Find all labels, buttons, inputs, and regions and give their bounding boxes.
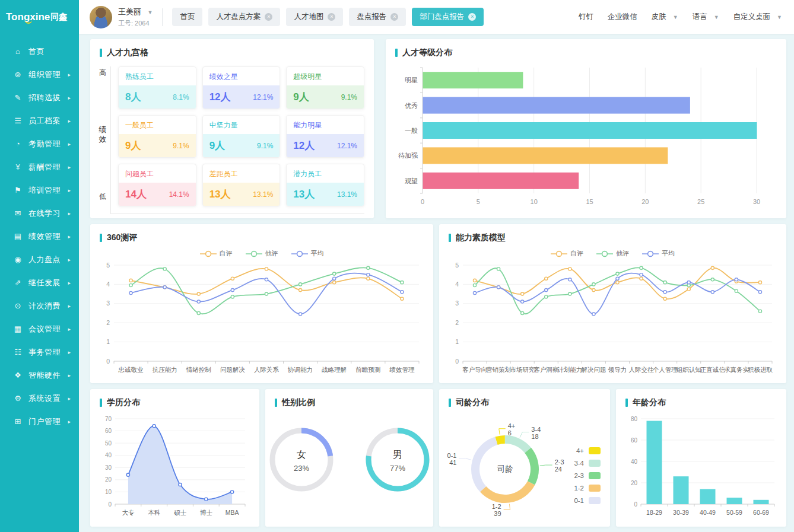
nine-grid-cell-潜力员工[interactable]: 潜力员工13人13.1% bbox=[286, 164, 364, 206]
sidebar-item-employee-files[interactable]: ☰员工档案▸ bbox=[0, 109, 79, 132]
brand-logo[interactable]: Tongxine同鑫 bbox=[0, 0, 79, 34]
sidebar-item-portal[interactable]: ⊞门户管理▸ bbox=[0, 410, 79, 433]
nine-grid-cell-问题员工[interactable]: 问题员工14人14.1% bbox=[118, 164, 196, 206]
sidebar-item-training[interactable]: ⚑培训管理▸ bbox=[0, 179, 79, 202]
gender-donut-svg: 男77% bbox=[363, 425, 433, 497]
bar-一般 bbox=[423, 122, 757, 139]
header-divider bbox=[162, 8, 163, 26]
sidebar-item-succession[interactable]: ⇗继任发展▸ bbox=[0, 271, 79, 294]
sidebar-nav: ⌂首页⊚组织管理▸✎招聘选拔▸☰员工档案▸◔考勤管理▸¥薪酬管理▸⚑培训管理▸✉… bbox=[0, 34, 79, 433]
svg-text:0: 0 bbox=[421, 198, 424, 205]
legend-item-自评[interactable]: 自评 bbox=[200, 249, 233, 258]
close-icon[interactable]: × bbox=[390, 13, 398, 21]
talent-level-chart: 051015202530明星优秀一般待加强观望 bbox=[386, 62, 786, 214]
nine-grid-cell-一般员工[interactable]: 一般员工9人9.1% bbox=[118, 115, 196, 158]
tab-首页[interactable]: 首页 bbox=[172, 8, 202, 26]
sidebar-item-metered-consume[interactable]: ⊙计次消费▸ bbox=[0, 294, 79, 317]
tenure-legend-item-3-4[interactable]: 3-4 bbox=[574, 460, 601, 467]
sidebar-item-meeting[interactable]: ▦会议管理▸ bbox=[0, 317, 79, 340]
tab-label: 盘点报告 bbox=[357, 12, 386, 22]
sidebar-item-label: 考勤管理 bbox=[28, 139, 68, 149]
user-menu[interactable]: 王美丽 ▼ 工号: 2064 bbox=[118, 6, 153, 28]
brand-logo-text-cn: 同鑫 bbox=[50, 12, 67, 23]
svg-text:4: 4 bbox=[455, 281, 459, 288]
header-link-企业微信[interactable]: 企业微信 bbox=[608, 12, 637, 22]
svg-text:营销策划: 营销策划 bbox=[486, 366, 511, 373]
gender-donut-男: 男77% bbox=[363, 425, 433, 499]
sidebar-item-system-settings[interactable]: ⚙系统设置▸ bbox=[0, 387, 79, 410]
cell-percent: 12.1% bbox=[253, 93, 273, 101]
sidebar-item-org-management[interactable]: ⊚组织管理▸ bbox=[0, 63, 79, 86]
sidebar-item-smart-hardware[interactable]: ❖智能硬件▸ bbox=[0, 364, 79, 387]
svg-text:领导力: 领导力 bbox=[608, 366, 627, 373]
tab-人才地图[interactable]: 人才地图× bbox=[286, 8, 343, 26]
sidebar-item-online-learning[interactable]: ✉在线学习▸ bbox=[0, 202, 79, 225]
main-area: 王美丽 ▼ 工号: 2064 首页人才盘点方案×人才地图×盘点报告×部门盘点报告… bbox=[79, 0, 794, 532]
app-root: Tongxine同鑫 ⌂首页⊚组织管理▸✎招聘选拔▸☰员工档案▸◔考勤管理▸¥薪… bbox=[0, 0, 794, 532]
tab-label: 人才盘点方案 bbox=[216, 12, 261, 22]
tenure-legend-item-1-2[interactable]: 1-2 bbox=[574, 485, 601, 492]
svg-text:40-49: 40-49 bbox=[700, 509, 716, 516]
close-icon[interactable]: × bbox=[328, 13, 335, 21]
svg-text:5: 5 bbox=[106, 262, 110, 269]
sidebar-item-salary[interactable]: ¥薪酬管理▸ bbox=[0, 155, 79, 179]
cell-body: 8人8.1% bbox=[119, 85, 196, 109]
header-link-钉钉[interactable]: 钉钉 bbox=[579, 12, 593, 22]
panel-title: 学历分布 bbox=[107, 397, 140, 408]
nine-grid-cell-能力明星[interactable]: 能力明星12人12.1% bbox=[286, 115, 364, 158]
metered-consume-icon: ⊙ bbox=[12, 301, 24, 310]
user-avatar[interactable] bbox=[90, 6, 112, 28]
cell-title: 熟练员工 bbox=[119, 67, 196, 85]
svg-text:0: 0 bbox=[108, 501, 112, 508]
sidebar-item-talent-review[interactable]: ◉人力盘点▸ bbox=[0, 248, 79, 271]
tenure-legend-label: 4+ bbox=[576, 447, 584, 454]
tenure-legend-item-4+[interactable]: 4+ bbox=[574, 447, 601, 454]
svg-text:77%: 77% bbox=[389, 464, 405, 473]
sidebar-item-home[interactable]: ⌂首页 bbox=[0, 40, 79, 63]
legend-item-他评[interactable]: 他评 bbox=[246, 249, 278, 258]
tenure-legend-item-0-1[interactable]: 0-1 bbox=[574, 497, 601, 504]
nine-grid-cell-差距员工[interactable]: 差距员工13人13.1% bbox=[202, 164, 281, 206]
svg-text:0-1: 0-1 bbox=[447, 452, 457, 459]
tenure-slice-0-1 bbox=[475, 441, 496, 489]
sidebar-item-affairs[interactable]: ☷事务管理▸ bbox=[0, 340, 79, 364]
header-link-语言[interactable]: 语言▼ bbox=[693, 12, 719, 22]
nine-grid-cell-超级明星[interactable]: 超级明星9人9.1% bbox=[286, 66, 364, 109]
cell-body: 13人13.1% bbox=[287, 183, 364, 206]
sidebar-item-label: 绩效管理 bbox=[28, 231, 68, 242]
svg-text:大专: 大专 bbox=[122, 509, 135, 516]
chevron-right-icon: ▸ bbox=[68, 95, 71, 101]
cell-percent: 9.1% bbox=[173, 142, 189, 150]
legend-item-他评[interactable]: 他评 bbox=[596, 249, 629, 258]
header-link-自定义桌面[interactable]: 自定义桌面▼ bbox=[733, 12, 782, 22]
legend-item-平均[interactable]: 平均 bbox=[291, 249, 324, 258]
nine-grid-cell-中坚力量[interactable]: 中坚力量9人9.1% bbox=[202, 115, 281, 158]
panel-title: 人才等级分布 bbox=[402, 47, 452, 58]
talent-level-svg: 051015202530明星优秀一般待加强观望 bbox=[393, 63, 774, 211]
legend-item-自评[interactable]: 自评 bbox=[551, 249, 583, 258]
legend-label: 平均 bbox=[311, 249, 324, 258]
legend-item-平均[interactable]: 平均 bbox=[642, 249, 675, 258]
nine-grid-cell-绩效之星[interactable]: 绩效之星12人12.1% bbox=[202, 66, 281, 109]
tab-人才盘点方案[interactable]: 人才盘点方案× bbox=[208, 8, 280, 26]
close-icon[interactable]: × bbox=[265, 13, 272, 21]
svg-text:司龄: 司龄 bbox=[497, 464, 514, 473]
sidebar-item-performance[interactable]: ▤绩效管理▸ bbox=[0, 225, 79, 248]
svg-text:40: 40 bbox=[105, 452, 112, 458]
tenure-legend-item-2-3[interactable]: 2-3 bbox=[574, 472, 601, 479]
header-link-皮肤[interactable]: 皮肤▼ bbox=[652, 12, 678, 22]
close-icon[interactable]: × bbox=[468, 13, 476, 21]
sidebar-item-recruitment[interactable]: ✎招聘选拔▸ bbox=[0, 86, 79, 109]
cell-count: 8人 bbox=[125, 90, 141, 104]
panel-competency: 能力素质模型 自评他评平均 012345客户导向营销策划市场研究客户洞察计划能力… bbox=[439, 224, 786, 383]
tab-部门盘点报告[interactable]: 部门盘点报告× bbox=[412, 8, 484, 26]
sidebar-item-label: 系统设置 bbox=[28, 393, 68, 404]
chevron-right-icon: ▸ bbox=[68, 164, 71, 170]
tab-盘点报告[interactable]: 盘点报告× bbox=[349, 8, 406, 26]
bar-30-39 bbox=[674, 476, 689, 504]
svg-text:41: 41 bbox=[449, 459, 456, 466]
y-axis-name: 绩效 bbox=[99, 125, 107, 145]
sidebar-item-attendance[interactable]: ◔考勤管理▸ bbox=[0, 132, 79, 155]
svg-text:硕士: 硕士 bbox=[174, 509, 187, 516]
nine-grid-cell-熟练员工[interactable]: 熟练员工8人8.1% bbox=[118, 66, 196, 109]
